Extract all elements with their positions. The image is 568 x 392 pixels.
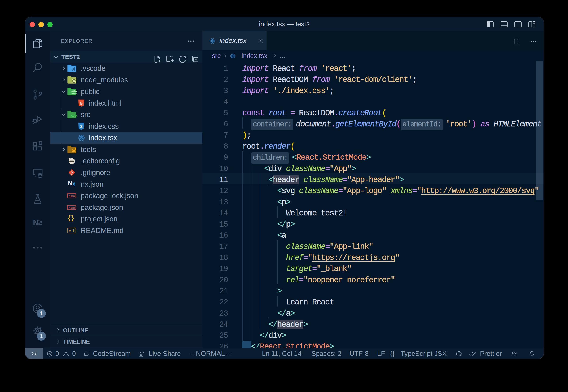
svg-text:npm: npm: [69, 206, 75, 209]
svg-text:5: 5: [80, 101, 83, 106]
svg-text:npm: npm: [69, 194, 75, 197]
svg-text:M: M: [69, 229, 71, 233]
svg-text:3: 3: [80, 124, 83, 129]
svg-text:</>: </>: [71, 114, 77, 118]
svg-text:JS: JS: [72, 79, 76, 83]
